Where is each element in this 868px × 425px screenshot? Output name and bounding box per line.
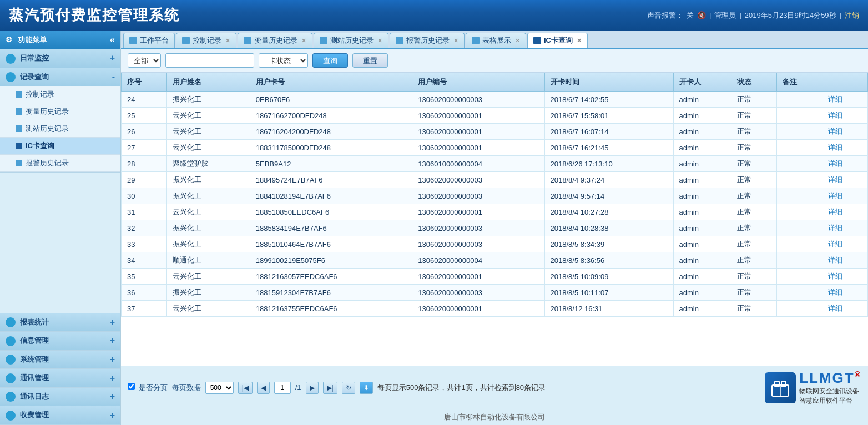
last-page-btn[interactable]: ▶| <box>323 382 337 394</box>
cell-user-no: 1306020000000001 <box>412 204 544 220</box>
sidebar-item-alarm-history[interactable]: 报警历史记录 <box>0 155 120 172</box>
cell-operator: admin <box>673 236 731 252</box>
sidebar-collapse-btn[interactable]: « <box>110 35 115 45</box>
col-action <box>822 73 868 92</box>
sidebar-item-report-stats[interactable]: 报表统计 + <box>0 313 120 332</box>
cell-action[interactable]: 详细 <box>822 285 868 301</box>
detail-link[interactable]: 详细 <box>828 208 842 216</box>
tab-close-table-display[interactable]: ✕ <box>515 37 520 44</box>
detail-link[interactable]: 详细 <box>828 191 842 200</box>
first-page-btn[interactable]: |◀ <box>238 382 253 394</box>
detail-link[interactable]: 详细 <box>828 111 842 119</box>
logo-text-area: LLMGT® 物联网安全通讯设备 智慧应用软件平台 <box>799 370 861 406</box>
cell-action[interactable]: 详细 <box>822 188 868 204</box>
detail-link[interactable]: 详细 <box>828 127 842 135</box>
logo-brand: LLMGT® <box>799 370 861 387</box>
detail-link[interactable]: 详细 <box>828 175 842 184</box>
cell-action[interactable]: 详细 <box>822 108 868 124</box>
cell-operator: admin <box>673 269 731 285</box>
refresh-btn[interactable]: ↻ <box>342 382 355 394</box>
sidebar-item-comm-manage[interactable]: 通讯管理 + <box>0 369 120 388</box>
cell-action[interactable]: 详细 <box>822 140 868 156</box>
next-page-btn[interactable]: ▶ <box>306 382 319 394</box>
tab-ic-card-query[interactable]: IC卡查询 ✕ <box>527 33 588 49</box>
logo-svg <box>769 377 791 399</box>
cell-user-no: 1306020000000001 <box>412 140 544 156</box>
tab-close-alarm-history[interactable]: ✕ <box>453 37 458 44</box>
detail-link[interactable]: 详细 <box>828 272 842 280</box>
detail-link[interactable]: 详细 <box>828 256 842 264</box>
sidebar-section-header-daily-monitor[interactable]: 日常监控 + <box>0 49 120 68</box>
tab-work-platform[interactable]: 工作平台 <box>123 33 175 48</box>
cell-action[interactable]: 详细 <box>822 92 868 108</box>
sidebar-item-fee-manage[interactable]: 收费管理 + <box>0 406 120 425</box>
is-paged-checkbox[interactable] <box>128 383 135 390</box>
page-separator: /1 <box>295 383 301 392</box>
cell-action[interactable]: 详细 <box>822 156 868 172</box>
footer: 唐山市柳林自动化设备有限公司 <box>121 409 868 425</box>
table-row: 31 云兴化工 188510850EEDC6AF6 13060200000000… <box>122 204 868 220</box>
tab-variable-history[interactable]: 变量历史记录 ✕ <box>238 33 312 48</box>
prev-page-btn[interactable]: ◀ <box>257 382 270 394</box>
tab-control-record[interactable]: 控制记录 ✕ <box>176 33 236 48</box>
cell-action[interactable]: 详细 <box>822 301 868 317</box>
cell-action[interactable]: 详细 <box>822 172 868 188</box>
sound-status: 关 <box>687 11 694 21</box>
detail-link[interactable]: 详细 <box>828 159 842 168</box>
cell-open-time: 2018/6/7 16:07:14 <box>544 124 673 140</box>
logo-area: LLMGT® 物联网安全通讯设备 智慧应用软件平台 <box>765 370 861 406</box>
sidebar-item-station-history[interactable]: 测站历史记录 <box>0 120 120 138</box>
cell-open-time: 2018/6/7 15:58:01 <box>544 108 673 124</box>
tab-close-ic-card-query[interactable]: ✕ <box>577 37 582 44</box>
search-input[interactable] <box>165 53 254 68</box>
cell-operator: admin <box>673 92 731 108</box>
sidebar-item-variable-history[interactable]: 变量历史记录 <box>0 103 120 120</box>
cell-action[interactable]: 详细 <box>822 220 868 236</box>
tab-alarm-history[interactable]: 报警历史记录 ✕ <box>390 33 465 48</box>
reset-button[interactable]: 重置 <box>352 53 388 68</box>
search-button[interactable]: 查询 <box>312 53 348 68</box>
tab-close-station-history[interactable]: ✕ <box>377 37 382 44</box>
detail-link[interactable]: 详细 <box>828 224 842 232</box>
filter-all-select[interactable]: 全部 <box>128 53 161 68</box>
cell-action[interactable]: 详细 <box>822 204 868 220</box>
per-page-select[interactable]: 500 <box>205 382 234 394</box>
cell-name: 顺通化工 <box>166 252 250 269</box>
sound-icon[interactable]: 🔇 <box>697 11 706 19</box>
cell-card-no: 1899100219E5075F6 <box>250 252 412 269</box>
detail-link[interactable]: 详细 <box>828 95 842 103</box>
sidebar-item-info-manage[interactable]: 信息管理 + <box>0 332 120 351</box>
table-row: 25 云兴化工 18671662700DFD248 13060200000000… <box>122 108 868 124</box>
cell-status: 正常 <box>731 204 777 220</box>
cell-action[interactable]: 详细 <box>822 124 868 140</box>
current-page-input[interactable] <box>274 382 291 394</box>
tab-station-history[interactable]: 测站历史记录 ✕ <box>314 33 388 48</box>
tab-close-variable-history[interactable]: ✕ <box>301 37 306 44</box>
detail-link[interactable]: 详细 <box>828 288 842 296</box>
sidebar-item-control-record[interactable]: 控制记录 <box>0 86 120 103</box>
app-title: 蒸汽预付费监控管理系统 <box>9 6 180 25</box>
cell-user-no: 1306020000000003 <box>412 188 544 204</box>
card-status-select[interactable]: =卡状态= <box>259 53 308 68</box>
sidebar-item-ic-card-query[interactable]: IC卡查询 <box>0 138 120 155</box>
cell-action[interactable]: 详细 <box>822 236 868 252</box>
detail-link[interactable]: 详细 <box>828 304 842 312</box>
tab-table-display[interactable]: 表格展示 ✕ <box>466 33 526 48</box>
cell-action[interactable]: 详细 <box>822 269 868 285</box>
cell-note <box>777 156 822 172</box>
detail-link[interactable]: 详细 <box>828 240 842 248</box>
cell-seq: 32 <box>122 220 167 236</box>
sidebar-section-header-record-query[interactable]: 记录查询 - <box>0 68 120 87</box>
export-btn[interactable]: ⬇ <box>360 382 373 394</box>
tab-close-control-record[interactable]: ✕ <box>225 37 230 44</box>
detail-link[interactable]: 详细 <box>828 143 842 151</box>
cell-action[interactable]: 详细 <box>822 252 868 269</box>
sidebar-item-comm-log[interactable]: 通讯日志 + <box>0 388 120 407</box>
cell-user-no: 1306020000000004 <box>412 252 544 269</box>
logout-button[interactable]: 注销 <box>845 11 859 21</box>
cell-seq: 31 <box>122 204 167 220</box>
sidebar-item-system-manage[interactable]: 系统管理 + <box>0 351 120 370</box>
cell-operator: admin <box>673 140 731 156</box>
col-note: 备注 <box>777 73 822 92</box>
sidebar-bottom: 报表统计 + 信息管理 + 系统管理 + <box>0 313 120 425</box>
